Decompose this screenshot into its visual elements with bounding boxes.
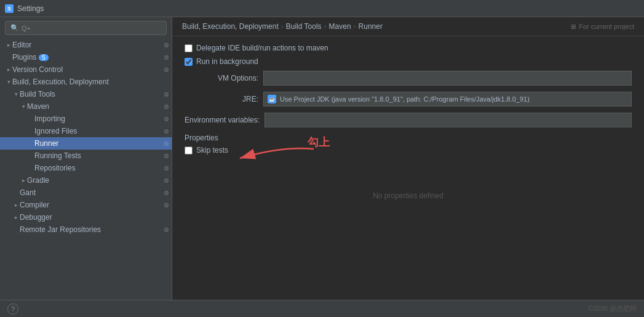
annotation-text: 勾上 <box>308 135 330 150</box>
no-properties: No properties defined <box>185 191 632 200</box>
jre-value[interactable]: ☕ Use Project JDK (java version "1.8.0_9… <box>263 92 632 106</box>
properties-section-title: Properties <box>185 134 632 142</box>
arrow-icon <box>5 42 12 48</box>
sidebar-item-remote-jar[interactable]: Remote Jar Repositories ⚙ <box>0 223 172 236</box>
settings-icon: ⚙ <box>159 139 169 148</box>
arrow-icon <box>20 103 27 110</box>
vm-options-row: VM Options: <box>185 71 632 86</box>
breadcrumb-part3[interactable]: Maven <box>329 22 351 31</box>
vm-options-label: VM Options: <box>185 74 258 82</box>
sidebar-item-label: Plugins <box>12 53 36 62</box>
arrow-icon <box>5 66 12 73</box>
sidebar-item-label: Ignored Files <box>34 127 77 135</box>
breadcrumb-part4: Runner <box>359 22 383 31</box>
monitor-icon: 🖥 <box>570 23 576 30</box>
sidebar-item-importing[interactable]: Importing ⚙ <box>0 113 172 125</box>
search-icon: 🔍 <box>10 24 19 32</box>
settings-icon: ⚙ <box>159 188 169 197</box>
settings-icon: ⚙ <box>159 114 169 123</box>
sidebar-item-label: Importing <box>34 114 65 123</box>
settings-icon: ⚙ <box>159 164 169 172</box>
sidebar-item-label: Maven <box>27 102 49 111</box>
for-current-project: 🖥 For current project <box>570 23 634 30</box>
breadcrumb-sep3: › <box>354 22 356 31</box>
arrow-icon <box>12 91 20 97</box>
sidebar-item-label: Remote Jar Repositories <box>20 225 101 234</box>
main-layout: 🔍 Q+ Editor ⚙ Plugins 5 ⚙ Version Contro… <box>0 17 644 300</box>
bottom-bar: ? CSDN @杰肥阿 <box>0 300 644 317</box>
arrow-icon <box>5 79 12 85</box>
run-background-checkbox[interactable] <box>185 58 193 66</box>
sidebar-item-label: Gradle <box>27 176 49 185</box>
settings-icon: ⚙ <box>159 127 169 135</box>
sidebar-item-maven[interactable]: Maven ⚙ <box>0 100 172 113</box>
sidebar-item-build-tools[interactable]: Build Tools ⚙ <box>0 88 172 100</box>
settings-icon: ⚙ <box>159 225 169 234</box>
sidebar-item-label: Build, Execution, Deployment <box>12 78 109 86</box>
arrow-icon <box>20 177 27 183</box>
breadcrumb-sep2: › <box>324 22 327 31</box>
sidebar-item-label: Running Tests <box>34 151 81 160</box>
plugins-badge: 5 <box>39 54 49 61</box>
sidebar-item-label: Version Control <box>12 65 63 74</box>
breadcrumb-part1[interactable]: Build, Execution, Deployment <box>182 22 279 31</box>
settings-icon: ⚙ <box>159 102 169 111</box>
skip-tests-area: Skip tests 勾上 <box>185 146 632 154</box>
search-box[interactable]: 🔍 Q+ <box>5 21 167 35</box>
sidebar-item-label: Repositories <box>34 164 76 172</box>
breadcrumb-sep1: › <box>281 22 284 31</box>
sidebar-item-debugger[interactable]: Debugger <box>0 211 172 223</box>
help-button[interactable]: ? <box>7 303 18 315</box>
jre-label: JRE: <box>185 95 258 103</box>
sidebar-item-label: Editor <box>12 41 31 49</box>
sidebar-item-gant[interactable]: Gant ⚙ <box>0 187 172 199</box>
sidebar-item-label: Gant <box>20 188 36 197</box>
breadcrumb-part2[interactable]: Build Tools <box>286 22 322 31</box>
jdk-icon: ☕ <box>268 95 276 103</box>
breadcrumb: Build, Execution, Deployment › Build Too… <box>172 17 644 36</box>
env-vars-label: Environment variables: <box>185 116 260 124</box>
run-background-label: Run in background <box>196 57 258 66</box>
sidebar-item-gradle[interactable]: Gradle ⚙ <box>0 174 172 187</box>
jre-row: JRE: ☕ Use Project JDK (java version "1.… <box>185 92 632 106</box>
content-area: Build, Execution, Deployment › Build Too… <box>172 17 644 300</box>
watermark: CSDN @杰肥阿 <box>589 304 637 313</box>
app-icon: S <box>5 4 14 13</box>
settings-icon: ⚙ <box>159 90 169 98</box>
vm-options-input[interactable] <box>263 71 632 86</box>
settings-icon: ⚙ <box>159 201 169 209</box>
arrow-icon <box>12 214 20 220</box>
search-placeholder: Q+ <box>22 25 31 32</box>
sidebar-item-running-tests[interactable]: Running Tests ⚙ <box>0 150 172 162</box>
settings-icon: ⚙ <box>159 176 169 185</box>
sidebar-item-compiler[interactable]: Compiler ⚙ <box>0 199 172 211</box>
sidebar-item-label: Runner <box>34 139 58 148</box>
sidebar-item-build-execution[interactable]: Build, Execution, Deployment <box>0 76 172 88</box>
skip-tests-checkbox[interactable] <box>185 146 193 154</box>
sidebar-item-runner[interactable]: Runner ⚙ <box>0 137 172 150</box>
sidebar-item-repositories[interactable]: Repositories ⚙ <box>0 162 172 174</box>
settings-icon: ⚙ <box>159 41 169 49</box>
delegate-label: Delegate IDE build/run actions to maven <box>196 44 328 52</box>
sidebar-item-plugins[interactable]: Plugins 5 ⚙ <box>0 51 172 63</box>
sidebar-item-label: Build Tools <box>20 90 55 98</box>
sidebar-item-version-control[interactable]: Version Control ⚙ <box>0 63 172 76</box>
delegate-checkbox-row: Delegate IDE build/run actions to maven <box>185 44 632 52</box>
arrow-icon <box>12 202 20 208</box>
delegate-checkbox[interactable] <box>185 44 193 52</box>
sidebar-item-label: Debugger <box>20 213 52 222</box>
sidebar-item-ignored-files[interactable]: Ignored Files ⚙ <box>0 125 172 137</box>
sidebar-item-editor[interactable]: Editor ⚙ <box>0 39 172 51</box>
settings-icon: ⚙ <box>159 151 169 160</box>
jre-text: Use Project JDK (java version "1.8.0_91"… <box>280 95 530 103</box>
skip-tests-label: Skip tests <box>196 146 228 154</box>
sidebar: 🔍 Q+ Editor ⚙ Plugins 5 ⚙ Version Contro… <box>0 17 172 300</box>
title-bar: S Settings <box>0 0 644 17</box>
settings-icon: ⚙ <box>159 65 169 74</box>
sidebar-item-label: Compiler <box>20 201 49 209</box>
skip-tests-row: Skip tests <box>185 146 632 154</box>
settings-panel: Delegate IDE build/run actions to maven … <box>172 36 644 300</box>
env-vars-input[interactable] <box>264 113 632 127</box>
title-bar-text: Settings <box>17 4 44 13</box>
settings-icon: ⚙ <box>159 53 169 62</box>
